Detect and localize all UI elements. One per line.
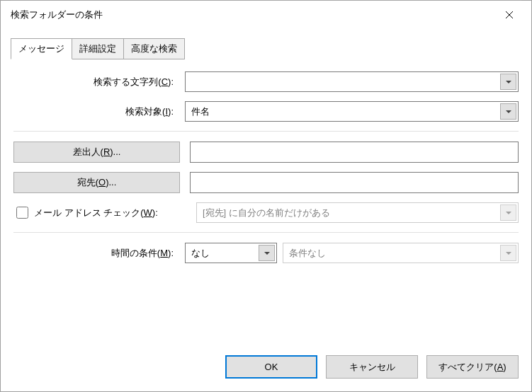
close-icon bbox=[505, 11, 514, 19]
dialog-footer: OK キャンセル すべてクリア(A) bbox=[1, 345, 531, 391]
search-text-combo[interactable] bbox=[185, 71, 519, 92]
label-time-condition: 時間の条件(M): bbox=[13, 247, 185, 260]
from-input[interactable] bbox=[190, 142, 519, 163]
row-from: 差出人(R)... bbox=[13, 142, 519, 163]
address-check-combo: [宛先] に自分の名前だけがある bbox=[196, 202, 519, 223]
separator bbox=[13, 232, 519, 233]
time-condition-detail-dropdown bbox=[500, 245, 516, 261]
label-address-check: メール アドレス チェック(W): bbox=[34, 207, 158, 219]
chevron-down-icon bbox=[506, 252, 511, 255]
cancel-button[interactable]: キャンセル bbox=[326, 355, 418, 379]
from-button[interactable]: 差出人(R)... bbox=[13, 142, 180, 163]
time-condition-dropdown[interactable] bbox=[259, 245, 275, 261]
to-button[interactable]: 宛先(O)... bbox=[13, 172, 180, 193]
label-search-text: 検索する文字列(C): bbox=[13, 76, 185, 88]
dialog-title: 検索フォルダーの条件 bbox=[11, 8, 496, 21]
address-check-dropdown bbox=[500, 204, 516, 221]
close-button[interactable] bbox=[496, 4, 523, 25]
row-search-target: 検索対象(I): 件名 bbox=[13, 101, 519, 122]
tab-message[interactable]: メッセージ bbox=[11, 38, 72, 59]
chevron-down-icon bbox=[264, 252, 270, 255]
titlebar: 検索フォルダーの条件 bbox=[1, 1, 531, 29]
dialog-search-folder-conditions: 検索フォルダーの条件 メッセージ 詳細設定 高度な検索 検索する文字列(C): … bbox=[0, 0, 532, 392]
tab-bar: メッセージ 詳細設定 高度な検索 bbox=[11, 38, 521, 59]
time-condition-combo[interactable]: なし bbox=[185, 243, 277, 263]
ok-button[interactable]: OK bbox=[225, 355, 317, 379]
clear-all-button[interactable]: すべてクリア(A) bbox=[426, 355, 519, 379]
time-condition-detail-combo: 条件なし bbox=[283, 243, 519, 263]
separator bbox=[13, 131, 519, 132]
tab-advanced[interactable]: 詳細設定 bbox=[72, 38, 124, 59]
search-target-combo[interactable]: 件名 bbox=[185, 101, 519, 122]
label-search-target: 検索対象(I): bbox=[13, 105, 185, 118]
tab-more-search[interactable]: 高度な検索 bbox=[124, 38, 185, 59]
row-to: 宛先(O)... bbox=[13, 172, 519, 193]
tab-content: 検索する文字列(C): 検索対象(I): 件名 差出人(R)... bbox=[1, 59, 531, 345]
chevron-down-icon bbox=[506, 110, 511, 113]
address-check-checkbox[interactable] bbox=[16, 207, 28, 219]
row-time-condition: 時間の条件(M): なし 条件なし bbox=[13, 243, 519, 263]
chevron-down-icon bbox=[506, 81, 511, 83]
tab-underline bbox=[11, 0, 521, 1]
search-text-input[interactable] bbox=[186, 72, 499, 91]
time-condition-value: なし bbox=[186, 243, 257, 263]
search-target-dropdown[interactable] bbox=[500, 103, 516, 120]
row-search-text: 検索する文字列(C): bbox=[13, 71, 519, 92]
row-address-check: メール アドレス チェック(W): [宛先] に自分の名前だけがある bbox=[13, 202, 519, 223]
to-input[interactable] bbox=[190, 172, 519, 193]
chevron-down-icon bbox=[506, 212, 511, 214]
search-target-value: 件名 bbox=[186, 102, 499, 121]
address-check-value: [宛先] に自分の名前だけがある bbox=[197, 203, 499, 222]
search-text-dropdown[interactable] bbox=[500, 74, 516, 90]
time-condition-detail-value: 条件なし bbox=[283, 243, 499, 263]
